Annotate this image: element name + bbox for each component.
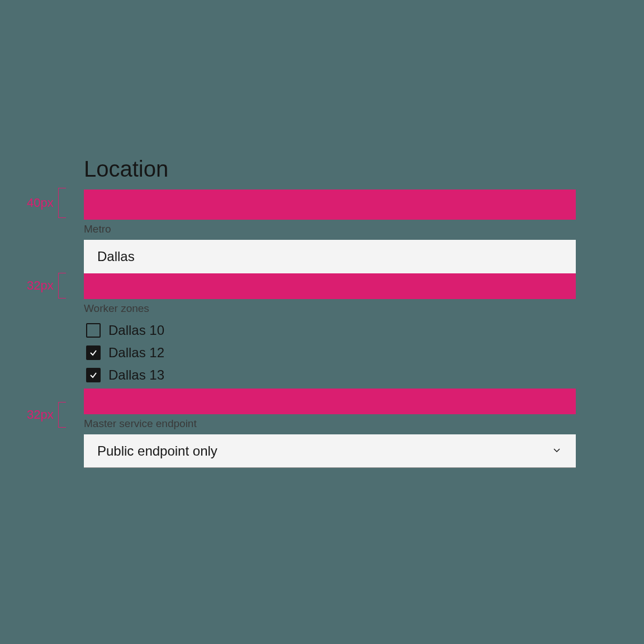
checkbox-label: Dallas 10 bbox=[108, 323, 164, 338]
form-heading: Location bbox=[84, 157, 576, 182]
location-form: Location Metro Dallas Worker zones Dalla… bbox=[84, 157, 576, 468]
spacing-block-32-a bbox=[84, 273, 576, 299]
checkbox-checked-icon bbox=[86, 345, 101, 360]
checkbox-label: Dallas 13 bbox=[108, 367, 164, 383]
checkbox-label: Dallas 12 bbox=[108, 345, 164, 361]
metro-input[interactable]: Dallas bbox=[84, 240, 576, 273]
spacing-block-32-b bbox=[84, 389, 576, 414]
chevron-down-icon bbox=[551, 443, 562, 459]
checkbox-row-dallas-13[interactable]: Dallas 13 bbox=[84, 364, 576, 386]
checkbox-row-dallas-10[interactable]: Dallas 10 bbox=[84, 319, 576, 342]
worker-zones-group: Dallas 10 Dallas 12 Dallas 13 bbox=[84, 319, 576, 386]
master-endpoint-dropdown[interactable]: Public endpoint only bbox=[84, 434, 576, 468]
metro-input-value: Dallas bbox=[97, 249, 135, 264]
spec-bracket-icon bbox=[58, 402, 66, 428]
spec-bracket-icon bbox=[58, 188, 66, 218]
spec-annotation-32px-b: 32px bbox=[27, 402, 66, 428]
metro-label: Metro bbox=[84, 223, 576, 235]
dropdown-value: Public endpoint only bbox=[97, 443, 217, 459]
worker-zones-label: Worker zones bbox=[84, 302, 576, 315]
spec-annotation-label: 32px bbox=[27, 408, 54, 422]
spec-annotation-40px: 40px bbox=[27, 188, 66, 218]
checkbox-unchecked-icon bbox=[86, 323, 101, 338]
spec-annotation-label: 32px bbox=[27, 278, 54, 293]
spacing-block-40 bbox=[84, 190, 576, 220]
spec-bracket-icon bbox=[58, 273, 66, 299]
spec-annotation-label: 40px bbox=[27, 196, 54, 210]
checkbox-row-dallas-12[interactable]: Dallas 12 bbox=[84, 342, 576, 364]
spec-annotation-32px-a: 32px bbox=[27, 273, 66, 299]
checkbox-checked-icon bbox=[86, 368, 101, 382]
master-endpoint-label: Master service endpoint bbox=[84, 418, 576, 430]
